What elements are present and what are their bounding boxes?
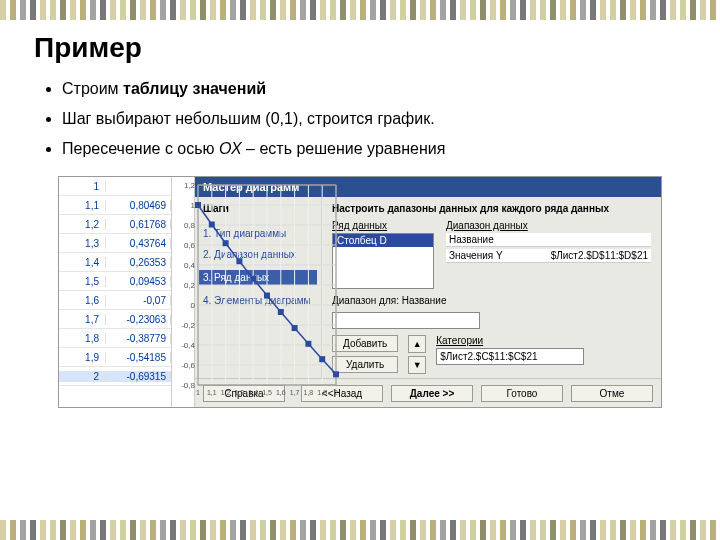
svg-text:1,8: 1,8 — [304, 389, 314, 396]
series-label: Ряд данных — [332, 220, 434, 231]
svg-text:1,2: 1,2 — [184, 181, 196, 190]
svg-text:-0,2: -0,2 — [181, 321, 195, 330]
finish-button[interactable]: Готово — [481, 385, 563, 402]
svg-text:1,4: 1,4 — [248, 389, 258, 396]
svg-rect-46 — [209, 222, 215, 228]
svg-rect-54 — [319, 356, 325, 362]
svg-text:1,5: 1,5 — [262, 389, 272, 396]
sheet-row: 1,7-0,23063 — [59, 310, 171, 329]
sheet-row: 1,8-0,38779 — [59, 329, 171, 348]
spreadsheet: 11,10,804691,20,617681,30,437641,40,2635… — [59, 177, 172, 407]
data-ranges-table[interactable]: НазваниеЗначения Y$Лист2.$D$11:$D$21 — [446, 233, 651, 289]
data-ranges-label: Диапазон данных — [446, 220, 651, 231]
svg-rect-53 — [305, 341, 311, 347]
svg-rect-55 — [333, 371, 339, 377]
page-title: Пример — [34, 32, 688, 64]
sheet-row: 1,40,26353 — [59, 253, 171, 272]
svg-text:1,2: 1,2 — [221, 389, 231, 396]
decorative-strip-bottom — [0, 520, 720, 540]
categories-label: Категории — [436, 335, 651, 346]
example-panel: 11,10,804691,20,617681,30,437641,40,2635… — [58, 176, 662, 408]
data-range-row[interactable]: Значения Y$Лист2.$D$11:$D$21 — [446, 249, 651, 263]
bullet-list: Строим таблицу значенийШаг выбирают небо… — [62, 76, 688, 162]
svg-text:0,2: 0,2 — [184, 281, 196, 290]
svg-text:1: 1 — [191, 201, 196, 210]
svg-text:1,1: 1,1 — [207, 389, 217, 396]
svg-text:2: 2 — [334, 389, 338, 396]
svg-rect-47 — [223, 240, 229, 246]
sheet-row: 1,6-0,07 — [59, 291, 171, 310]
svg-text:0: 0 — [191, 301, 196, 310]
bullet-item: Пересечение с осью ОХ – есть решение ура… — [62, 136, 688, 162]
sheet-row: 1 — [59, 177, 171, 196]
sheet-row: 1,20,61768 — [59, 215, 171, 234]
svg-rect-48 — [236, 258, 242, 264]
series-item[interactable]: Столбец D — [333, 234, 433, 247]
sheet-row: 1,50,09453 — [59, 272, 171, 291]
reorder-arrows: ▲ ▼ — [408, 335, 426, 374]
bullet-item: Шаг выбирают небольшим (0,1), строится г… — [62, 106, 688, 132]
svg-text:1,9: 1,9 — [317, 389, 327, 396]
svg-rect-45 — [195, 202, 201, 208]
svg-text:1,3: 1,3 — [235, 389, 245, 396]
range-for-input[interactable] — [332, 312, 480, 329]
arrow-down-icon[interactable]: ▼ — [408, 356, 426, 374]
svg-text:1,7: 1,7 — [290, 389, 300, 396]
next-button[interactable]: Далее >> — [391, 385, 473, 402]
arrow-up-icon[interactable]: ▲ — [408, 335, 426, 353]
bullet-item: Строим таблицу значений — [62, 76, 688, 102]
svg-text:0,6: 0,6 — [184, 241, 196, 250]
svg-text:1,6: 1,6 — [276, 389, 286, 396]
svg-rect-52 — [292, 325, 298, 331]
series-listbox[interactable]: Столбец D — [332, 233, 434, 289]
sheet-row: 2-0,69315 — [59, 367, 171, 386]
cancel-button[interactable]: Отме — [571, 385, 653, 402]
sheet-row: 1,9-0,54185 — [59, 348, 171, 367]
svg-text:0,8: 0,8 — [184, 221, 196, 230]
decorative-strip-top — [0, 0, 720, 20]
sheet-row: 1,10,80469 — [59, 196, 171, 215]
svg-text:-0,8: -0,8 — [181, 381, 195, 390]
categories-input[interactable]: $Лист2.$C$11:$C$21 — [436, 348, 584, 365]
data-range-row[interactable]: Название — [446, 233, 651, 247]
svg-text:0,4: 0,4 — [184, 261, 196, 270]
svg-rect-51 — [278, 309, 284, 315]
svg-text:1: 1 — [196, 389, 200, 396]
sheet-row: 1,30,43764 — [59, 234, 171, 253]
svg-text:-0,6: -0,6 — [181, 361, 195, 370]
svg-rect-50 — [264, 293, 270, 299]
svg-text:-0,4: -0,4 — [181, 341, 195, 350]
chart: -0,8-0,6-0,4-0,200,20,40,60,811,211,11,2… — [172, 177, 195, 407]
svg-rect-49 — [250, 276, 256, 282]
config-header: Настроить дапазоны данных для каждого ря… — [332, 203, 651, 214]
range-for-label: Диапазон для: Название — [332, 295, 651, 306]
